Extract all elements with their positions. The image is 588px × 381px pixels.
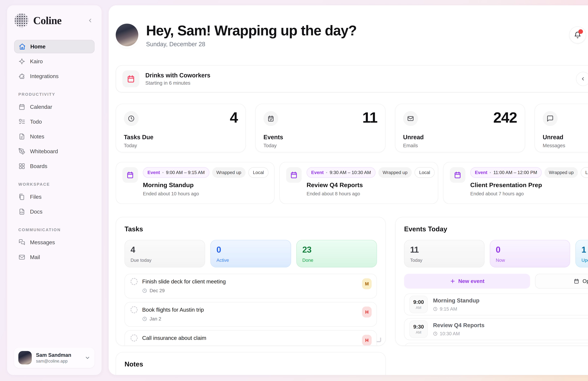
sidebar-item-todo[interactable]: Todo bbox=[14, 115, 95, 128]
coline-logo-icon bbox=[14, 13, 29, 28]
event-title: Review Q4 Reports bbox=[307, 181, 431, 189]
file-text-icon bbox=[18, 133, 25, 140]
stat-label: Due today bbox=[130, 258, 199, 263]
sidebar-item-label: Integrations bbox=[30, 73, 59, 79]
event-start-time: 9:30 bbox=[413, 324, 424, 330]
notification-dot bbox=[578, 29, 583, 34]
banner-prev-button[interactable] bbox=[576, 72, 588, 86]
priority-badge: M bbox=[362, 278, 372, 289]
sidebar-item-notes[interactable]: Notes bbox=[14, 130, 95, 143]
calendar-check-icon bbox=[263, 111, 278, 126]
header-actions: Ask Kairo bbox=[569, 26, 588, 43]
sidebar-collapse-button[interactable] bbox=[86, 16, 95, 25]
event-list-item[interactable]: 9:00 AM Morning Standup 9:15 AM bbox=[404, 294, 588, 315]
sidebar-item-mail[interactable]: Mail bbox=[14, 251, 95, 264]
panel-resize-handle[interactable] bbox=[377, 338, 381, 342]
stat-card-unread-emails[interactable]: 242 Unread Emails bbox=[395, 104, 525, 152]
sidebar-item-home[interactable]: Home bbox=[14, 40, 95, 53]
stat-label: Upcoming bbox=[581, 258, 588, 263]
tasks-stat-done[interactable]: 23 Done bbox=[296, 240, 377, 267]
user-card[interactable]: Sam Sandman sam@coline.app bbox=[14, 347, 95, 368]
sidebar-item-label: Mail bbox=[30, 254, 40, 260]
task-checkbox[interactable] bbox=[130, 335, 138, 341]
events-stat-upcoming[interactable]: 1 Upcoming bbox=[575, 240, 588, 267]
event-badges: Event9:30 AM – 10:30 AM Wrapped up Local bbox=[307, 167, 431, 178]
sidebar-item-label: Notes bbox=[30, 133, 44, 140]
task-row[interactable]: Book flights for Austin trip Jan 2 H bbox=[125, 302, 377, 327]
event-list-item[interactable]: 9:30 AM Review Q4 Reports 10:30 AM bbox=[404, 318, 588, 340]
task-checkbox[interactable] bbox=[130, 278, 138, 285]
stat-label: Tasks Due bbox=[124, 134, 238, 141]
pen-tool-icon bbox=[18, 148, 25, 155]
status-badge: Wrapped up bbox=[545, 167, 578, 178]
sidebar-item-label: Docs bbox=[30, 209, 42, 215]
task-title: Book flights for Austin trip bbox=[142, 307, 204, 313]
stat-label: Unread bbox=[543, 134, 588, 141]
sidebar-item-boards[interactable]: Boards bbox=[14, 159, 95, 173]
open-calendar-button[interactable]: Open calendar bbox=[535, 274, 588, 289]
files-icon bbox=[18, 193, 25, 200]
stat-label: Unread bbox=[403, 134, 517, 141]
messages-icon bbox=[18, 239, 25, 246]
sidebar-item-files[interactable]: Files bbox=[14, 190, 95, 204]
event-meridiem: AM bbox=[416, 330, 421, 335]
event-card-body: Event9:00 AM – 9:15 AM Wrapped up Local … bbox=[143, 167, 268, 199]
event-list-item[interactable] bbox=[404, 343, 588, 346]
header-date: Sunday, December 28 bbox=[146, 41, 357, 48]
task-row[interactable]: Finish slide deck for client meeting Dec… bbox=[125, 274, 377, 298]
events-today-list: 9:00 AM Morning Standup 9:15 AM bbox=[404, 294, 588, 346]
event-card[interactable]: Event11:00 AM – 12:00 PM Wrapped up Loca… bbox=[443, 162, 588, 204]
sidebar-item-docs[interactable]: Docs bbox=[14, 205, 95, 218]
section-title-communication: COMMUNICATION bbox=[18, 228, 95, 232]
events-stat-today[interactable]: 11 Today bbox=[404, 240, 484, 267]
event-badges: Event11:00 AM – 12:00 PM Wrapped up Loca… bbox=[470, 167, 588, 178]
event-cards-scroller[interactable]: Event9:00 AM – 9:15 AM Wrapped up Local … bbox=[116, 162, 588, 204]
banner-subtitle: Starting in 6 minutes bbox=[145, 80, 210, 86]
events-panel-buttons: New event Open calendar bbox=[404, 274, 588, 289]
dot-separator bbox=[326, 172, 327, 173]
stat-label: Active bbox=[216, 258, 285, 263]
task-checkbox[interactable] bbox=[130, 306, 138, 313]
stat-card-events[interactable]: 11 Events Today bbox=[255, 104, 385, 152]
event-item-body: Review Q4 Reports 10:30 AM bbox=[433, 322, 484, 337]
sidebar-item-kairo[interactable]: Kairo bbox=[14, 55, 95, 68]
sidebar-item-calendar[interactable]: Calendar bbox=[14, 100, 95, 114]
event-footer: Ended about 10 hours ago bbox=[143, 191, 268, 196]
tasks-panel: Tasks 4 Due today 0 Active 23 Done bbox=[116, 217, 386, 346]
main-content: Hey, Sam! Wrapping up the day? Sunday, D… bbox=[109, 5, 588, 375]
chevron-left-icon bbox=[581, 76, 586, 82]
section-title-productivity: PRODUCTIVITY bbox=[18, 92, 95, 97]
sidebar-item-messages[interactable]: Messages bbox=[14, 236, 95, 249]
events-stat-now[interactable]: 0 Now bbox=[490, 240, 570, 267]
calendar-icon bbox=[286, 167, 302, 183]
task-row[interactable]: Call insurance about claim H bbox=[125, 330, 377, 346]
stat-label: Now bbox=[496, 258, 564, 263]
header-titles: Hey, Sam! Wrapping up the day? Sunday, D… bbox=[146, 22, 357, 48]
logo-row: Coline bbox=[14, 13, 95, 28]
sidebar-item-whiteboard[interactable]: Whiteboard bbox=[14, 145, 95, 158]
event-time-badge: 9:00 AM bbox=[409, 296, 428, 313]
tasks-stat-due-today[interactable]: 4 Due today bbox=[125, 240, 205, 267]
clock-icon bbox=[124, 111, 139, 126]
dot-separator bbox=[162, 172, 164, 173]
notes-panel-title: Notes bbox=[125, 360, 377, 368]
event-card[interactable]: Event9:30 AM – 10:30 AM Wrapped up Local… bbox=[279, 162, 438, 204]
clock-icon bbox=[433, 331, 438, 336]
upcoming-event-banner: Drinks with Coworkers Starting in 6 minu… bbox=[116, 65, 588, 92]
puzzle-icon bbox=[18, 73, 25, 80]
event-item-title: Morning Standup bbox=[433, 297, 480, 304]
page-header: Hey, Sam! Wrapping up the day? Sunday, D… bbox=[116, 24, 588, 46]
priority-badge: H bbox=[362, 335, 372, 346]
new-event-button[interactable]: New event bbox=[404, 274, 530, 289]
tasks-stat-active[interactable]: 0 Active bbox=[210, 240, 291, 267]
stat-card-tasks-due[interactable]: 4 Tasks Due Today bbox=[116, 104, 246, 152]
clock-icon bbox=[142, 288, 147, 293]
notifications-button[interactable] bbox=[569, 26, 586, 43]
event-card[interactable]: Event9:00 AM – 9:15 AM Wrapped up Local … bbox=[116, 162, 274, 204]
stat-card-unread-messages[interactable]: 90 Unread Messages bbox=[535, 104, 588, 152]
stats-row: 4 Tasks Due Today 11 Events Today 242 Un… bbox=[116, 104, 588, 152]
user-avatar bbox=[18, 351, 32, 364]
stat-label: Done bbox=[302, 258, 371, 263]
sidebar-item-integrations[interactable]: Integrations bbox=[14, 69, 95, 83]
file-code-icon bbox=[18, 208, 25, 215]
